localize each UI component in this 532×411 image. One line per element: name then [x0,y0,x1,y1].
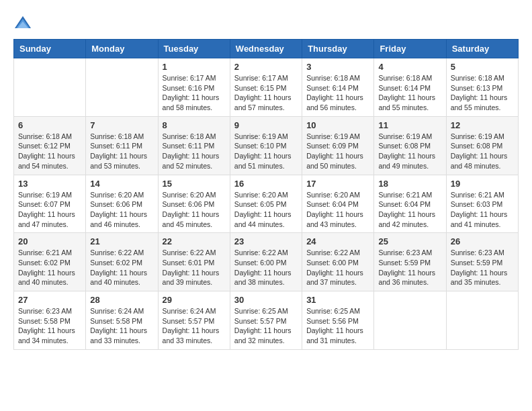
day-detail: Sunrise: 6:21 AM Sunset: 6:04 PM Dayligh… [378,190,441,230]
calendar-cell: 17Sunrise: 6:20 AM Sunset: 6:04 PM Dayli… [302,175,374,233]
calendar-cell: 22Sunrise: 6:22 AM Sunset: 6:01 PM Dayli… [158,233,230,291]
calendar-week-row: 13Sunrise: 6:19 AM Sunset: 6:07 PM Dayli… [14,175,519,233]
page-header [13,13,519,32]
day-detail: Sunrise: 6:17 AM Sunset: 6:15 PM Dayligh… [234,73,298,113]
day-number: 30 [234,295,298,305]
day-number: 16 [234,179,298,189]
logo [13,13,35,32]
day-number: 12 [451,120,514,130]
calendar-cell: 7Sunrise: 6:18 AM Sunset: 6:11 PM Daylig… [86,116,158,175]
day-detail: Sunrise: 6:20 AM Sunset: 6:04 PM Dayligh… [306,190,369,230]
day-number: 1 [163,62,226,72]
day-detail: Sunrise: 6:25 AM Sunset: 5:56 PM Dayligh… [306,306,369,346]
day-detail: Sunrise: 6:19 AM Sunset: 6:07 PM Dayligh… [18,190,81,230]
day-detail: Sunrise: 6:18 AM Sunset: 6:12 PM Dayligh… [18,132,81,171]
day-number: 22 [163,236,226,246]
calendar-cell [374,291,446,350]
calendar-week-row: 27Sunrise: 6:23 AM Sunset: 5:58 PM Dayli… [14,291,519,350]
day-detail: Sunrise: 6:18 AM Sunset: 6:14 PM Dayligh… [378,73,441,113]
calendar-week-row: 1Sunrise: 6:17 AM Sunset: 6:16 PM Daylig… [14,58,519,117]
day-number: 24 [306,236,369,246]
day-number: 6 [18,120,81,130]
calendar-cell: 20Sunrise: 6:21 AM Sunset: 6:02 PM Dayli… [14,233,86,291]
calendar-cell: 30Sunrise: 6:25 AM Sunset: 5:57 PM Dayli… [230,291,302,350]
day-number: 15 [163,179,226,189]
calendar-header-wednesday: Wednesday [230,40,302,58]
calendar-cell: 15Sunrise: 6:20 AM Sunset: 6:06 PM Dayli… [158,175,230,233]
day-number: 18 [378,179,441,189]
calendar-cell: 5Sunrise: 6:18 AM Sunset: 6:13 PM Daylig… [446,58,518,117]
day-detail: Sunrise: 6:20 AM Sunset: 6:05 PM Dayligh… [234,190,298,230]
day-number: 26 [451,236,514,246]
calendar-cell: 25Sunrise: 6:23 AM Sunset: 5:59 PM Dayli… [374,233,446,291]
day-number: 4 [378,62,441,72]
calendar-cell: 10Sunrise: 6:19 AM Sunset: 6:09 PM Dayli… [302,116,374,175]
calendar-cell: 1Sunrise: 6:17 AM Sunset: 6:16 PM Daylig… [158,58,230,117]
day-number: 23 [234,236,298,246]
calendar-cell: 9Sunrise: 6:19 AM Sunset: 6:10 PM Daylig… [230,116,302,175]
day-number: 17 [306,179,369,189]
calendar-week-row: 20Sunrise: 6:21 AM Sunset: 6:02 PM Dayli… [14,233,519,291]
day-detail: Sunrise: 6:20 AM Sunset: 6:06 PM Dayligh… [90,190,153,230]
day-number: 31 [306,295,369,305]
day-detail: Sunrise: 6:22 AM Sunset: 6:00 PM Dayligh… [234,248,298,287]
day-detail: Sunrise: 6:23 AM Sunset: 5:59 PM Dayligh… [378,248,441,287]
day-number: 14 [90,179,153,189]
calendar-header-tuesday: Tuesday [158,40,230,58]
day-detail: Sunrise: 6:23 AM Sunset: 5:59 PM Dayligh… [451,248,514,287]
day-detail: Sunrise: 6:18 AM Sunset: 6:11 PM Dayligh… [90,132,153,171]
day-detail: Sunrise: 6:18 AM Sunset: 6:13 PM Dayligh… [451,73,514,113]
day-detail: Sunrise: 6:19 AM Sunset: 6:10 PM Dayligh… [234,132,298,171]
day-detail: Sunrise: 6:21 AM Sunset: 6:03 PM Dayligh… [451,190,514,230]
calendar-header-friday: Friday [374,40,446,58]
day-detail: Sunrise: 6:22 AM Sunset: 6:02 PM Dayligh… [90,248,153,287]
day-number: 20 [18,236,81,246]
calendar-table: SundayMondayTuesdayWednesdayThursdayFrid… [13,39,519,350]
day-number: 10 [306,120,369,130]
day-detail: Sunrise: 6:21 AM Sunset: 6:02 PM Dayligh… [18,248,81,287]
day-number: 21 [90,236,153,246]
calendar-cell: 14Sunrise: 6:20 AM Sunset: 6:06 PM Dayli… [86,175,158,233]
day-number: 13 [18,179,81,189]
calendar-cell: 18Sunrise: 6:21 AM Sunset: 6:04 PM Dayli… [374,175,446,233]
day-detail: Sunrise: 6:19 AM Sunset: 6:08 PM Dayligh… [378,132,441,171]
day-number: 11 [378,120,441,130]
calendar-cell: 6Sunrise: 6:18 AM Sunset: 6:12 PM Daylig… [14,116,86,175]
day-detail: Sunrise: 6:23 AM Sunset: 5:58 PM Dayligh… [18,306,81,346]
calendar-cell: 13Sunrise: 6:19 AM Sunset: 6:07 PM Dayli… [14,175,86,233]
calendar-cell: 29Sunrise: 6:24 AM Sunset: 5:57 PM Dayli… [158,291,230,350]
day-detail: Sunrise: 6:25 AM Sunset: 5:57 PM Dayligh… [234,306,298,346]
calendar-cell: 31Sunrise: 6:25 AM Sunset: 5:56 PM Dayli… [302,291,374,350]
calendar-cell: 4Sunrise: 6:18 AM Sunset: 6:14 PM Daylig… [374,58,446,117]
calendar-cell: 16Sunrise: 6:20 AM Sunset: 6:05 PM Dayli… [230,175,302,233]
day-number: 27 [18,295,81,305]
day-number: 9 [234,120,298,130]
calendar-cell: 26Sunrise: 6:23 AM Sunset: 5:59 PM Dayli… [446,233,518,291]
day-number: 3 [306,62,369,72]
calendar-cell: 8Sunrise: 6:18 AM Sunset: 6:11 PM Daylig… [158,116,230,175]
day-detail: Sunrise: 6:17 AM Sunset: 6:16 PM Dayligh… [163,73,226,113]
calendar-week-row: 6Sunrise: 6:18 AM Sunset: 6:12 PM Daylig… [14,116,519,175]
day-detail: Sunrise: 6:24 AM Sunset: 5:58 PM Dayligh… [90,306,153,346]
day-number: 19 [451,179,514,189]
day-detail: Sunrise: 6:22 AM Sunset: 6:00 PM Dayligh… [306,248,369,287]
day-number: 25 [378,236,441,246]
day-detail: Sunrise: 6:22 AM Sunset: 6:01 PM Dayligh… [163,248,226,287]
calendar-cell: 19Sunrise: 6:21 AM Sunset: 6:03 PM Dayli… [446,175,518,233]
calendar-cell: 12Sunrise: 6:19 AM Sunset: 6:08 PM Dayli… [446,116,518,175]
calendar-cell: 23Sunrise: 6:22 AM Sunset: 6:00 PM Dayli… [230,233,302,291]
calendar-cell [446,291,518,350]
day-detail: Sunrise: 6:20 AM Sunset: 6:06 PM Dayligh… [163,190,226,230]
day-number: 7 [90,120,153,130]
day-detail: Sunrise: 6:24 AM Sunset: 5:57 PM Dayligh… [163,306,226,346]
day-detail: Sunrise: 6:18 AM Sunset: 6:11 PM Dayligh… [163,132,226,171]
day-detail: Sunrise: 6:18 AM Sunset: 6:14 PM Dayligh… [306,73,369,113]
day-number: 28 [90,295,153,305]
calendar-cell [14,58,86,117]
calendar-cell: 28Sunrise: 6:24 AM Sunset: 5:58 PM Dayli… [86,291,158,350]
calendar-cell: 24Sunrise: 6:22 AM Sunset: 6:00 PM Dayli… [302,233,374,291]
day-number: 8 [163,120,226,130]
day-number: 5 [451,62,514,72]
day-number: 2 [234,62,298,72]
calendar-cell: 3Sunrise: 6:18 AM Sunset: 6:14 PM Daylig… [302,58,374,117]
